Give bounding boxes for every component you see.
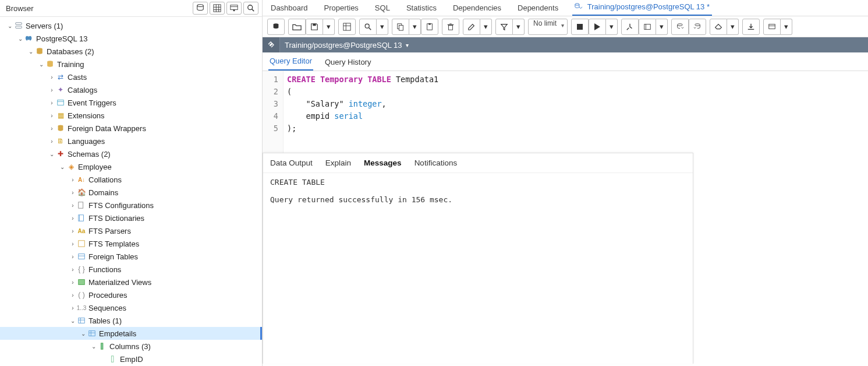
chevron-right-icon[interactable]: › bbox=[49, 138, 55, 144]
tree-item[interactable]: ›( )Procedures bbox=[0, 288, 262, 301]
tb-filter-dropdown[interactable]: ▾ bbox=[513, 19, 525, 35]
tb-save-dropdown[interactable]: ▾ bbox=[323, 19, 335, 35]
chevron-down-icon[interactable]: ⌄ bbox=[70, 318, 76, 323]
tb-rollback[interactable] bbox=[689, 19, 706, 35]
tree-item[interactable]: ›Event Triggers bbox=[0, 96, 262, 109]
chevron-right-icon[interactable]: › bbox=[70, 279, 76, 285]
out-tab-notifications[interactable]: Notifications bbox=[414, 159, 458, 167]
chevron-right-icon[interactable]: › bbox=[49, 112, 55, 118]
tb-stop[interactable] bbox=[571, 19, 589, 35]
tb-explain[interactable] bbox=[621, 19, 639, 35]
tree-item[interactable]: ›FTS Dictionaries bbox=[0, 212, 262, 224]
chevron-right-icon[interactable]: › bbox=[70, 189, 76, 195]
tree-item[interactable]: ⌄PostgreSQL 13 bbox=[0, 32, 262, 45]
tree-item[interactable]: ›🗎Languages bbox=[0, 135, 262, 147]
tb-save[interactable] bbox=[306, 19, 323, 35]
chevron-right-icon[interactable]: › bbox=[49, 100, 55, 105]
tree-item[interactable]: ›Foreign Tables bbox=[0, 250, 262, 263]
tree-item[interactable]: ›{ }Functions bbox=[0, 263, 262, 276]
chevron-right-icon[interactable]: › bbox=[70, 305, 76, 311]
chevron-down-icon[interactable]: ⌄ bbox=[91, 343, 97, 349]
chevron-right-icon[interactable]: › bbox=[70, 215, 76, 221]
tree-item[interactable]: ›FTS Configurations bbox=[0, 199, 262, 212]
tree-item[interactable]: ⌄Empdetails bbox=[0, 327, 262, 340]
tb-macros-dropdown[interactable]: ▾ bbox=[781, 19, 792, 35]
tb-execute[interactable] bbox=[589, 19, 606, 35]
sql-editor[interactable]: 12345 CREATE Temporary TABLE Tempdata1( … bbox=[263, 71, 868, 153]
tree-item[interactable]: ⌄Databases (2) bbox=[0, 45, 262, 58]
chevron-down-icon[interactable]: ⌄ bbox=[49, 151, 55, 157]
tb-find-dropdown[interactable]: ▾ bbox=[377, 19, 388, 35]
tab-query-tool[interactable]: Training/postgres@PostgreSQL 13 * bbox=[572, 0, 712, 16]
chevron-right-icon[interactable]: › bbox=[49, 125, 55, 131]
tb-execute-dropdown[interactable]: ▾ bbox=[606, 19, 618, 35]
tree-item[interactable]: ›▦Extensions bbox=[0, 109, 262, 122]
chevron-right-icon[interactable]: › bbox=[49, 87, 55, 93]
sidebar-btn-search[interactable] bbox=[243, 2, 258, 15]
tb-clear[interactable] bbox=[710, 19, 727, 35]
out-tab-messages[interactable]: Messages bbox=[364, 159, 402, 167]
chevron-right-icon[interactable]: › bbox=[70, 241, 76, 247]
tb-limit-select[interactable]: No limit bbox=[528, 19, 568, 35]
tree-item[interactable]: ⌄Training bbox=[0, 58, 262, 71]
tree-item[interactable]: ›⇄Casts bbox=[0, 71, 262, 83]
sidebar-btn-filter[interactable] bbox=[226, 2, 242, 15]
tab-query-editor[interactable]: Query Editor bbox=[268, 52, 313, 71]
sidebar-btn-grid[interactable] bbox=[210, 2, 225, 15]
conn-status-icon[interactable] bbox=[263, 37, 280, 52]
tree-item[interactable]: ›Materialized Views bbox=[0, 276, 262, 288]
tb-copy-dropdown[interactable]: ▾ bbox=[409, 19, 421, 35]
tree-item[interactable]: ›A↓Collations bbox=[0, 173, 262, 186]
chevron-right-icon[interactable]: › bbox=[49, 74, 55, 80]
tree-item[interactable]: ⌄Columns (3) bbox=[0, 340, 262, 353]
tree-item[interactable]: ›1..3Sequences bbox=[0, 301, 262, 314]
chevron-right-icon[interactable]: › bbox=[70, 254, 76, 259]
tb-explain-analyze[interactable] bbox=[639, 19, 656, 35]
tree-item[interactable]: ⌄✚Schemas (2) bbox=[0, 147, 262, 160]
tb-edit[interactable] bbox=[463, 19, 480, 35]
tb-paste[interactable] bbox=[421, 19, 438, 35]
tb-filter[interactable] bbox=[495, 19, 513, 35]
tb-clear-dropdown[interactable]: ▾ bbox=[727, 19, 739, 35]
tb-open-file[interactable] bbox=[288, 19, 306, 35]
tb-explain-dropdown[interactable]: ▾ bbox=[656, 19, 668, 35]
chevron-down-icon[interactable]: ⌄ bbox=[28, 48, 34, 54]
tree-item[interactable]: ›AaFTS Parsers bbox=[0, 224, 262, 237]
chevron-right-icon[interactable]: › bbox=[70, 292, 76, 298]
object-tree[interactable]: ⌄Servers (1)⌄PostgreSQL 13⌄Databases (2)… bbox=[0, 17, 262, 366]
tree-item[interactable]: ⌄Servers (1) bbox=[0, 19, 262, 32]
tab-dashboard[interactable]: Dashboard bbox=[268, 0, 310, 16]
tb-delete[interactable] bbox=[442, 19, 459, 35]
tab-query-history[interactable]: Query History bbox=[324, 54, 372, 71]
tb-edit-dropdown[interactable]: ▾ bbox=[480, 19, 492, 35]
chevron-right-icon[interactable]: › bbox=[70, 266, 76, 272]
editor-code[interactable]: CREATE Temporary TABLE Tempdata1( "Salar… bbox=[284, 71, 868, 153]
chevron-right-icon[interactable]: › bbox=[70, 177, 76, 182]
tb-edit-grid[interactable] bbox=[338, 19, 356, 35]
chevron-down-icon[interactable]: ⌄ bbox=[59, 164, 65, 170]
tree-item[interactable]: ›Foreign Data Wrappers bbox=[0, 122, 262, 135]
tree-item[interactable]: ⌄Tables (1) bbox=[0, 314, 262, 327]
sidebar-btn-database[interactable] bbox=[193, 2, 208, 15]
out-tab-explain[interactable]: Explain bbox=[325, 159, 351, 167]
tb-new-connection[interactable] bbox=[267, 19, 285, 35]
chevron-down-icon[interactable]: ⌄ bbox=[7, 23, 13, 29]
tab-statistics[interactable]: Statistics bbox=[404, 0, 439, 16]
tab-properties[interactable]: Properties bbox=[322, 0, 361, 16]
tab-sql[interactable]: SQL bbox=[373, 0, 392, 16]
tab-dependencies[interactable]: Dependencies bbox=[451, 0, 504, 16]
tab-dependents[interactable]: Dependents bbox=[515, 0, 561, 16]
tree-item[interactable]: ›🏠Domains bbox=[0, 186, 262, 199]
tb-find[interactable] bbox=[359, 19, 377, 35]
chevron-down-icon[interactable]: ⌄ bbox=[38, 61, 44, 67]
tb-macros[interactable] bbox=[763, 19, 781, 35]
connection-dropdown-icon[interactable]: ▾ bbox=[406, 42, 409, 48]
chevron-right-icon[interactable]: › bbox=[70, 228, 76, 234]
tb-download[interactable] bbox=[742, 19, 760, 35]
tree-item[interactable]: ⌄◈Employee bbox=[0, 160, 262, 173]
tb-copy[interactable] bbox=[392, 19, 409, 35]
tree-item[interactable]: ›✦Catalogs bbox=[0, 83, 262, 96]
chevron-down-icon[interactable]: ⌄ bbox=[80, 330, 86, 336]
tree-item[interactable]: ›FTS Templates bbox=[0, 237, 262, 250]
chevron-down-icon[interactable]: ⌄ bbox=[17, 36, 23, 41]
